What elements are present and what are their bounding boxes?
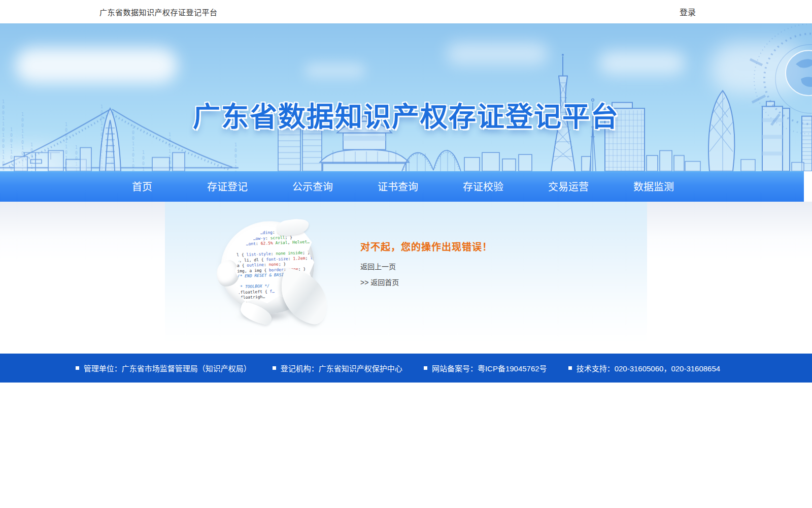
square-bullet-icon bbox=[568, 366, 572, 370]
footer-item-text: 管理单位：广东省市场监督管理局（知识产权局） bbox=[84, 363, 251, 373]
square-bullet-icon bbox=[424, 366, 427, 370]
nav-item-deposit-verify[interactable]: 存证校验 bbox=[441, 172, 526, 202]
nav-item-data-monitor[interactable]: 数据监测 bbox=[611, 172, 696, 202]
login-button[interactable]: 登录 bbox=[680, 6, 696, 18]
footer-item-3: 技术支持：020-31605060，020-31608654 bbox=[568, 363, 721, 373]
nav-item-certificate-query[interactable]: 证书查询 bbox=[355, 172, 441, 202]
main-nav-list: 首页存证登记公示查询证书查询存证校验交易运营数据监测 bbox=[99, 172, 696, 202]
square-bullet-icon bbox=[76, 366, 79, 370]
footer-item-text: 技术支持：020-31605060，020-31608654 bbox=[577, 363, 721, 373]
error-illustration: …ding: 0; } …ow-y: scroll; } …ont: 62.5%… bbox=[216, 218, 330, 326]
square-bullet-icon bbox=[273, 366, 276, 370]
footer-item-2: 网站备案号：粤ICP备19045762号 bbox=[424, 363, 547, 373]
footer-item-text: 登记机构：广东省知识产权保护中心 bbox=[281, 363, 402, 373]
error-panel: …ding: 0; } …ow-y: scroll; } …ont: 62.5%… bbox=[165, 202, 647, 344]
hero-banner: 1001101001101001011010011010011010011010… bbox=[0, 23, 812, 171]
nav-item-publicity-query[interactable]: 公示查询 bbox=[270, 172, 355, 202]
banner-title: 广东省数据知识产权存证登记平台 bbox=[0, 94, 812, 135]
error-title: 对不起，您的操作出现错误！ bbox=[360, 239, 492, 253]
main-nav: 首页存证登记公示查询证书查询存证校验交易运营数据监测 bbox=[0, 171, 804, 202]
error-message-block: 对不起，您的操作出现错误！ 返回上一页 >> 返回首页 bbox=[360, 239, 492, 293]
footer-item-text: 网站备案号：粤ICP备19045762号 bbox=[432, 363, 547, 373]
back-previous-page-link[interactable]: 返回上一页 bbox=[360, 261, 492, 271]
main-region: …ding: 0; } …ow-y: scroll; } …ont: 62.5%… bbox=[0, 202, 812, 354]
nav-item-home[interactable]: 首页 bbox=[99, 172, 185, 202]
footer-item-1: 登记机构：广东省知识产权保护中心 bbox=[273, 363, 402, 373]
site-title: 广东省数据知识产权存证登记平台 bbox=[99, 7, 218, 17]
site-footer: 管理单位：广东省市场监督管理局（知识产权局）登记机构：广东省知识产权保护中心网站… bbox=[0, 354, 812, 383]
nav-item-deposit-register[interactable]: 存证登记 bbox=[185, 172, 270, 202]
footer-item-0: 管理单位：广东省市场监督管理局（知识产权局） bbox=[76, 363, 251, 373]
back-home-link[interactable]: >> 返回首页 bbox=[360, 277, 492, 287]
topbar: 广东省数据知识产权存证登记平台 登录 bbox=[0, 0, 812, 23]
nav-item-trade-operation[interactable]: 交易运营 bbox=[526, 172, 611, 202]
footer-info-list: 管理单位：广东省市场监督管理局（知识产权局）登记机构：广东省知识产权保护中心网站… bbox=[76, 363, 720, 373]
